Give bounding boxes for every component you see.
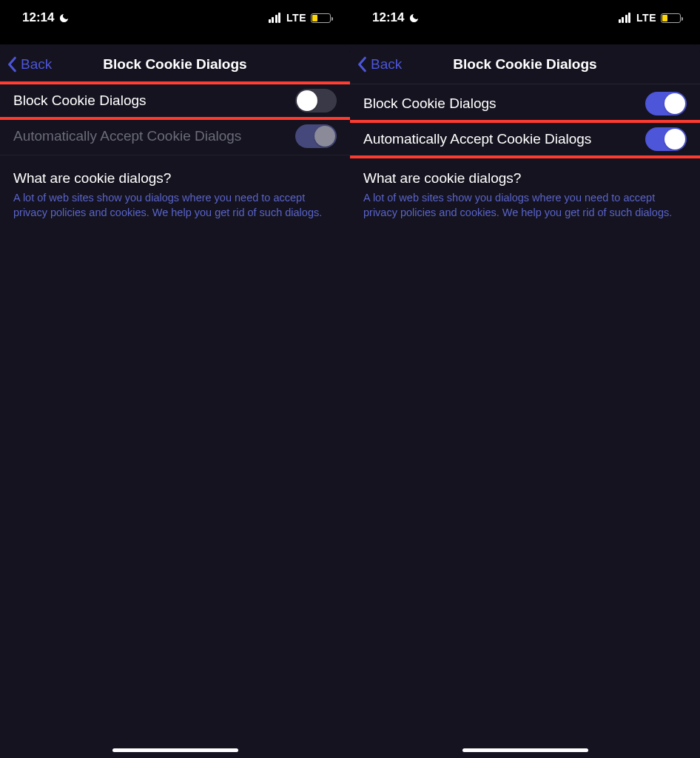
cellular-signal-icon (269, 13, 281, 23)
home-indicator[interactable] (112, 748, 238, 752)
toggle-block-cookie-dialogs[interactable] (645, 92, 687, 115)
back-button[interactable]: Back (0, 56, 52, 73)
info-body: A lot of web sites show you dialogs wher… (13, 191, 337, 220)
phone-right: 12:14 LTE Back Block Cookie Dialogs Bloc… (350, 0, 700, 758)
row-block-cookie-dialogs: Block Cookie Dialogs (350, 84, 700, 123)
phone-left: 12:14 LTE Back Block Cookie Dialogs Bloc… (0, 0, 350, 758)
row-auto-accept: Automatically Accept Cookie Dialogs (350, 120, 700, 158)
battery-icon (311, 13, 331, 23)
toggle-auto-accept[interactable] (645, 127, 687, 151)
info-title: What are cookie dialogs? (363, 170, 687, 187)
dnd-moon-icon (58, 13, 70, 24)
nav-bar: Back Block Cookie Dialogs (350, 44, 700, 84)
battery-icon (661, 13, 681, 23)
cellular-signal-icon (619, 13, 631, 23)
chevron-left-icon (7, 56, 18, 73)
info-section: What are cookie dialogs? A lot of web si… (350, 155, 700, 220)
info-body: A lot of web sites show you dialogs wher… (363, 191, 687, 220)
settings-sheet: Back Block Cookie Dialogs Block Cookie D… (350, 44, 700, 758)
row-label-auto: Automatically Accept Cookie Dialogs (363, 131, 591, 147)
info-title: What are cookie dialogs? (13, 170, 337, 187)
nav-bar: Back Block Cookie Dialogs (0, 44, 350, 84)
status-bar: 12:14 LTE (0, 0, 350, 36)
page-title: Block Cookie Dialogs (0, 56, 350, 73)
info-section: What are cookie dialogs? A lot of web si… (0, 155, 350, 220)
row-label-block: Block Cookie Dialogs (13, 93, 147, 109)
settings-sheet: Back Block Cookie Dialogs Block Cookie D… (0, 44, 350, 758)
status-bar: 12:14 LTE (350, 0, 700, 36)
status-time: 12:14 (372, 10, 404, 25)
row-label-auto: Automatically Accept Cookie Dialogs (13, 128, 241, 144)
page-title: Block Cookie Dialogs (350, 56, 700, 73)
toggle-block-cookie-dialogs[interactable] (295, 89, 337, 113)
home-indicator[interactable] (462, 748, 588, 752)
back-label: Back (371, 56, 402, 73)
back-button[interactable]: Back (350, 56, 402, 73)
network-type: LTE (286, 12, 306, 24)
row-block-cookie-dialogs: Block Cookie Dialogs (0, 81, 350, 120)
row-auto-accept: Automatically Accept Cookie Dialogs (0, 117, 350, 155)
toggle-auto-accept (295, 124, 337, 148)
back-label: Back (21, 56, 52, 73)
row-label-block: Block Cookie Dialogs (363, 95, 497, 112)
dnd-moon-icon (408, 13, 420, 24)
status-time: 12:14 (22, 10, 54, 25)
chevron-left-icon (357, 56, 368, 73)
network-type: LTE (636, 12, 656, 24)
